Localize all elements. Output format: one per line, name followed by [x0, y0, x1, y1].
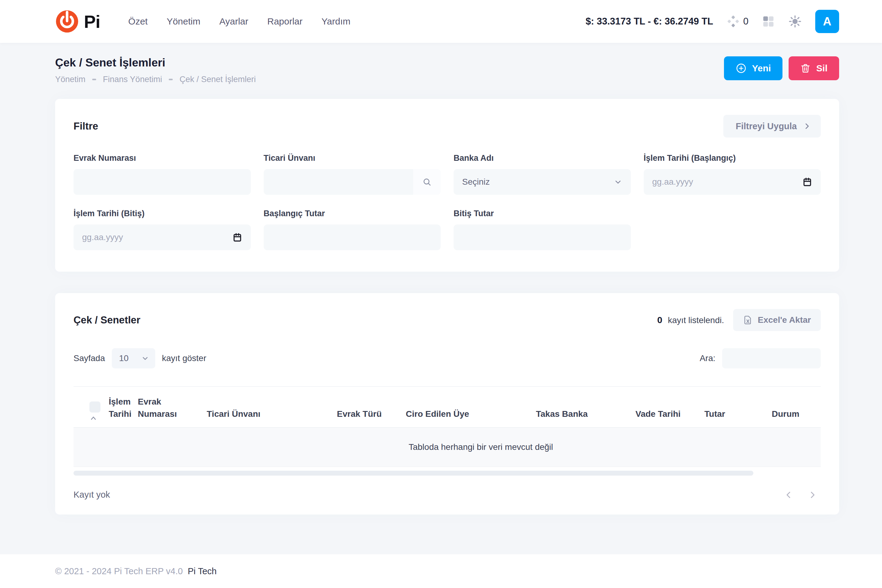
filter-field-ticari-unvani: Ticari Ünvanı [264, 153, 441, 195]
column-header-evrak-turu[interactable]: Evrak Türü [337, 408, 406, 420]
page-size-select[interactable]: 10 [112, 348, 155, 368]
filter-card: Filtre Filtreyi Uygula Evrak Numarası Ti… [55, 99, 839, 272]
filter-field-baslangic-tutar: Başlangıç Tutar [264, 209, 441, 250]
menu-item-ozet[interactable]: Özet [128, 16, 148, 27]
column-header-islem-tarihi[interactable]: İşlem Tarihi [109, 396, 138, 420]
records-status: Kayıt yok [74, 490, 110, 500]
column-header-ciro-edilen-uye[interactable]: Ciro Edilen Üye [406, 408, 536, 420]
menu-item-ayarlar[interactable]: Ayarlar [219, 16, 248, 27]
breadcrumb-item-yonetim[interactable]: Yönetim [55, 75, 86, 84]
baslangic-tutar-input[interactable] [272, 225, 432, 250]
ticari-unvani-input[interactable] [264, 169, 413, 195]
data-table: İşlem Tarihi Evrak Numarası Ticari Ünvan… [74, 386, 821, 476]
filter-field-banka-adi: Banka Adı Seçiniz [453, 153, 631, 195]
next-page-button[interactable] [808, 490, 817, 500]
pi-logo-icon [55, 9, 79, 33]
filter-field-islem-tarihi-baslangic: İşlem Tarihi (Başlangıç) gg.aa.yyyy [644, 153, 821, 195]
brand-text: Pi [84, 11, 100, 32]
breadcrumb: Yönetim Finans Yönetimi Çek / Senet İşle… [55, 75, 256, 84]
page-title: Çek / Senet İşlemleri [55, 56, 256, 69]
column-header-tutar[interactable]: Tutar [704, 408, 772, 420]
menu-item-yonetim[interactable]: Yönetim [166, 16, 200, 27]
magnifier-icon [422, 177, 432, 187]
menu-item-raporlar[interactable]: Raporlar [267, 16, 303, 27]
filter-field-evrak-numarasi: Evrak Numarası [74, 153, 251, 195]
breadcrumb-item-cek-senet: Çek / Senet İşlemleri [180, 75, 256, 84]
scrollbar-thumb[interactable] [74, 471, 753, 476]
plus-circle-icon [736, 63, 747, 74]
quick-links[interactable]: 0 [727, 15, 748, 28]
filter-title: Filtre [74, 120, 98, 132]
user-avatar[interactable]: A [815, 10, 839, 33]
record-count-info: 0 kayıt listelendi. [657, 315, 724, 325]
calendar-icon[interactable] [802, 177, 812, 187]
page-actions: Yeni Sil [724, 56, 839, 80]
quick-links-count: 0 [743, 16, 748, 27]
brand-logo[interactable]: Pi [55, 9, 100, 33]
topbar: Pi Özet Yönetim Ayarlar Raporlar Yardım … [0, 0, 882, 43]
list-card: Çek / Senetler 0 kayıt listelendi. Excel… [55, 293, 839, 514]
theme-toggle-button[interactable] [788, 15, 802, 28]
app-grid-icon [762, 15, 775, 28]
page-size-suffix: kayıt göster [162, 353, 206, 363]
islem-tarihi-baslangic-input[interactable]: gg.aa.yyyy [644, 169, 821, 195]
list-title: Çek / Senetler [74, 314, 140, 326]
chevron-down-icon [141, 354, 149, 362]
chevron-left-icon [784, 490, 793, 500]
table-header-row: İşlem Tarihi Evrak Numarası Ticari Ünvan… [74, 387, 821, 428]
record-count: 0 [657, 315, 662, 325]
prev-page-button[interactable] [784, 490, 793, 500]
table-footer: Kayıt yok [74, 490, 821, 500]
table-controls: Sayfada 10 kayıt göster Ara: [74, 348, 821, 368]
column-header-durum[interactable]: Durum [772, 408, 821, 420]
export-excel-button[interactable]: Excel'e Aktar [733, 309, 821, 331]
copyright-text: © 2021 - 2024 Pi Tech ERP v4.0 [55, 566, 183, 576]
empty-state-row: Tabloda herhangi bir veri mevcut değil [74, 428, 821, 467]
app-grid-button[interactable] [762, 15, 775, 28]
chevron-down-icon [614, 178, 622, 186]
trash-icon [800, 63, 811, 74]
breadcrumb-separator [92, 79, 96, 80]
topbar-right: $: 33.3173 TL - €: 36.2749 TL 0 [585, 10, 839, 33]
column-header-vade-tarihi[interactable]: Vade Tarihi [636, 408, 704, 420]
horizontal-scrollbar[interactable] [74, 471, 821, 476]
ticari-unvani-search-button[interactable] [413, 169, 441, 195]
column-header-takas-banka[interactable]: Takas Banka [536, 408, 636, 420]
filter-field-islem-tarihi-bitis: İşlem Tarihi (Bitiş) gg.aa.yyyy [74, 209, 251, 250]
table-search-label: Ara: [700, 353, 716, 363]
apply-filter-button[interactable]: Filtreyi Uygula [723, 115, 821, 138]
chevron-right-icon [803, 122, 811, 130]
page-size-prefix: Sayfada [74, 353, 105, 363]
sparkle-diamonds-icon [727, 15, 740, 28]
excel-file-icon [743, 315, 753, 325]
page-content: Çek / Senet İşlemleri Yönetim Finans Yön… [0, 43, 882, 554]
evrak-numarasi-input[interactable] [82, 169, 242, 195]
page-header: Çek / Senet İşlemleri Yönetim Finans Yön… [55, 56, 839, 84]
islem-tarihi-bitis-input[interactable]: gg.aa.yyyy [74, 225, 251, 250]
pagination [784, 490, 821, 500]
table-search-input[interactable] [722, 348, 821, 368]
main-menu: Özet Yönetim Ayarlar Raporlar Yardım [128, 16, 350, 27]
chevron-right-icon [808, 490, 817, 500]
filter-field-bitis-tutar: Bitiş Tutar [453, 209, 631, 250]
footer-brand-link[interactable]: Pi Tech [188, 566, 217, 576]
delete-button[interactable]: Sil [789, 56, 839, 80]
column-header-evrak-numarasi[interactable]: Evrak Numarası [138, 396, 207, 420]
banka-adi-select[interactable]: Seçiniz [453, 169, 631, 195]
exchange-rates: $: 33.3173 TL - €: 36.2749 TL [585, 16, 713, 27]
sun-icon [788, 15, 802, 28]
breadcrumb-item-finans-yonetimi[interactable]: Finans Yönetimi [103, 75, 162, 84]
breadcrumb-separator [169, 79, 173, 80]
bitis-tutar-input[interactable] [462, 225, 622, 250]
site-footer: © 2021 - 2024 Pi Tech ERP v4.0 Pi Tech [0, 554, 882, 588]
column-header-ticari-unvani[interactable]: Ticari Ünvanı [207, 408, 337, 420]
sort-asc-icon[interactable] [89, 416, 109, 420]
calendar-icon[interactable] [232, 232, 242, 242]
menu-item-yardim[interactable]: Yardım [322, 16, 350, 27]
select-all-checkbox[interactable] [89, 402, 100, 412]
new-button[interactable]: Yeni [724, 56, 783, 80]
